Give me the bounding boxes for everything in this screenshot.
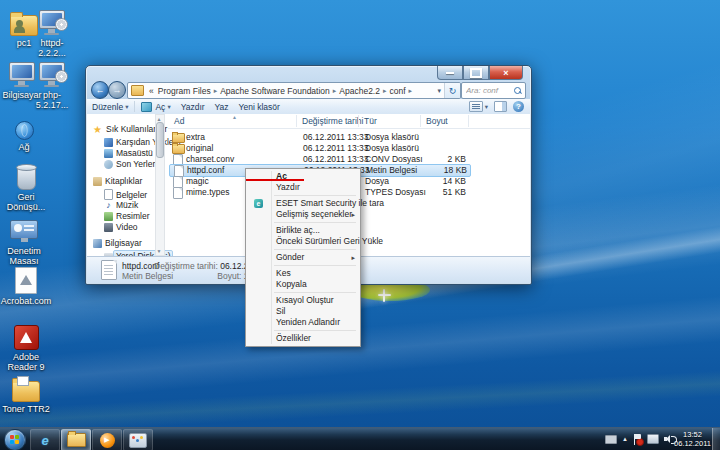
sidebar-item-documents[interactable]: Belgeler xyxy=(104,189,147,200)
column-divider[interactable] xyxy=(420,115,421,127)
preview-pane-button[interactable] xyxy=(494,101,507,112)
sidebar-item-desktop[interactable]: Masaüstü xyxy=(104,148,153,158)
column-header-name[interactable]: Ad xyxy=(174,116,184,126)
sidebar-item-videos[interactable]: Video xyxy=(104,222,138,232)
sidebar-item-music[interactable]: ♪ Müzik xyxy=(104,200,138,210)
address-dropdown-icon[interactable]: ▾ xyxy=(434,87,444,95)
sidebar-scrollbar[interactable]: ▲ ▼ xyxy=(155,114,165,256)
breadcrumb-segment[interactable]: Apache Software Foundation xyxy=(218,86,332,96)
maximize-button[interactable] xyxy=(463,66,489,80)
window-controls: × xyxy=(437,66,523,79)
desktop-icon-httpd-installer[interactable]: httpd-2.2.2... xyxy=(30,6,74,58)
sparkle-icon xyxy=(383,289,385,302)
tray-expand-icon[interactable]: ▲ xyxy=(622,436,628,442)
menu-item-open-with[interactable]: Birlikte aç... xyxy=(246,225,360,236)
file-name: extra xyxy=(186,132,205,142)
scroll-down-icon[interactable]: ▼ xyxy=(156,248,162,254)
column-header-date[interactable]: Değiştirme tarihi xyxy=(302,116,363,126)
menu-item-print[interactable]: Yazdır xyxy=(246,182,360,193)
sidebar-group-computer[interactable]: Bilgisayar xyxy=(93,238,142,248)
open-app-icon xyxy=(141,102,152,112)
sidebar-item-recent-places[interactable]: Son Yerler xyxy=(104,159,155,169)
show-desktop-button[interactable] xyxy=(712,428,720,450)
annotation-underline-open xyxy=(246,179,304,181)
details-size-label: Boyut: xyxy=(217,271,241,281)
breadcrumb-segment[interactable]: conf xyxy=(387,86,407,96)
menu-item-eset-scan[interactable]: e ESET Smart Security ile tara xyxy=(246,198,360,209)
alert-badge xyxy=(636,438,644,446)
breadcrumb-overflow[interactable]: « xyxy=(147,86,156,96)
menu-item-restore-previous-versions[interactable]: Önceki Sürümleri Geri Yükle xyxy=(246,236,360,247)
menu-item-label: Birlikte aç... xyxy=(276,225,320,235)
network-tray-icon[interactable] xyxy=(647,434,659,444)
help-icon: ? xyxy=(516,102,521,111)
minimize-icon xyxy=(446,72,454,74)
desktop-icon-control-panel[interactable]: Denetim Masası xyxy=(0,214,48,266)
menu-item-properties[interactable]: Özellikler xyxy=(246,333,360,344)
column-header-type[interactable]: Tür xyxy=(364,116,377,126)
taskbar-button-media-player[interactable]: ▶ xyxy=(92,429,122,450)
toolbar-divider xyxy=(134,101,135,112)
menu-item-rename[interactable]: Yeniden Adlandır xyxy=(246,317,360,328)
organize-button[interactable]: Düzenle ▾ xyxy=(87,100,133,113)
action-center-flag-icon[interactable] xyxy=(633,434,642,445)
menu-item-delete[interactable]: Sil xyxy=(246,306,360,317)
views-icon xyxy=(469,101,483,112)
new-folder-button[interactable]: Yeni klasör xyxy=(234,100,285,113)
breadcrumb-segment[interactable]: Program Files xyxy=(156,86,213,96)
column-header-size[interactable]: Boyut xyxy=(426,116,448,126)
internet-explorer-icon: e xyxy=(41,433,48,448)
media-player-icon: ▶ xyxy=(100,433,115,448)
taskbar-button-internet-explorer[interactable]: e xyxy=(30,429,60,450)
desktop-icon-network[interactable]: Ağ xyxy=(2,110,46,152)
burn-button[interactable]: Yaz xyxy=(210,100,234,113)
volume-icon[interactable] xyxy=(664,434,674,444)
sidebar-group-libraries[interactable]: Kitaplıklar xyxy=(93,176,142,186)
menu-item-advanced-options[interactable]: Gelişmiş seçenekler ▸ xyxy=(246,209,360,220)
desktop-icon-label: httpd-2.2.2... xyxy=(30,38,74,58)
sidebar-item-label: Masaüstü xyxy=(116,148,153,158)
menu-item-cut[interactable]: Kes xyxy=(246,268,360,279)
sidebar-item-pictures[interactable]: Resimler xyxy=(104,211,150,221)
scrollbar-thumb[interactable] xyxy=(156,122,164,158)
minimize-button[interactable] xyxy=(437,66,463,80)
file-name: mime.types xyxy=(186,187,229,197)
desktop-icon-toner-folder[interactable]: Toner TTR2 xyxy=(2,372,50,414)
desktop-icon-php-installer[interactable]: php-5.2.17... xyxy=(30,58,74,110)
open-button[interactable]: Aç ▾ xyxy=(136,100,175,113)
refresh-button[interactable]: ↻ xyxy=(444,83,460,98)
close-button[interactable]: × xyxy=(489,66,523,80)
back-button[interactable]: ← xyxy=(91,81,109,99)
column-divider[interactable] xyxy=(468,115,469,127)
desktop-icon-acrobat[interactable]: Acrobat.com xyxy=(0,264,52,306)
taskbar-clock[interactable]: 13:52 06.12.2011 xyxy=(674,430,711,448)
open-label: Aç xyxy=(155,102,165,112)
address-bar[interactable]: « Program Files ▸ Apache Software Founda… xyxy=(127,82,461,99)
taskbar-button-explorer-active[interactable] xyxy=(61,429,91,450)
menu-separator xyxy=(274,249,356,250)
recycle-bin-icon xyxy=(2,160,50,190)
desktop-icon-recycle-bin[interactable]: Geri Dönüşü... xyxy=(2,160,50,212)
search-input[interactable] xyxy=(462,86,512,95)
views-button[interactable]: ▾ xyxy=(469,101,488,112)
taskbar-button-paint[interactable] xyxy=(123,429,153,450)
print-button[interactable]: Yazdır xyxy=(176,100,210,113)
recent-places-icon xyxy=(104,160,113,169)
menu-item-copy[interactable]: Kopyala xyxy=(246,279,360,290)
forward-button[interactable]: → xyxy=(108,81,126,99)
menu-item-send-to[interactable]: Gönder ▸ xyxy=(246,252,360,263)
search-box[interactable] xyxy=(461,82,526,99)
help-button[interactable]: ? xyxy=(513,101,524,112)
menu-item-create-shortcut[interactable]: Kısayol Oluştur xyxy=(246,295,360,306)
column-divider[interactable] xyxy=(358,115,359,127)
burn-label: Yaz xyxy=(215,102,229,112)
folder-icon xyxy=(131,85,144,96)
submenu-arrow-icon: ▸ xyxy=(351,252,355,263)
breadcrumb-segment[interactable]: Apache2.2 xyxy=(337,86,382,96)
column-divider[interactable] xyxy=(296,115,297,127)
desktop-icon-adobe-reader[interactable]: Adobe Reader 9 xyxy=(2,320,50,372)
menu-item-label: Sil xyxy=(276,306,285,316)
tray-device-icon[interactable] xyxy=(605,435,617,444)
file-size: 2 KB xyxy=(409,154,466,164)
start-button[interactable] xyxy=(4,429,26,450)
